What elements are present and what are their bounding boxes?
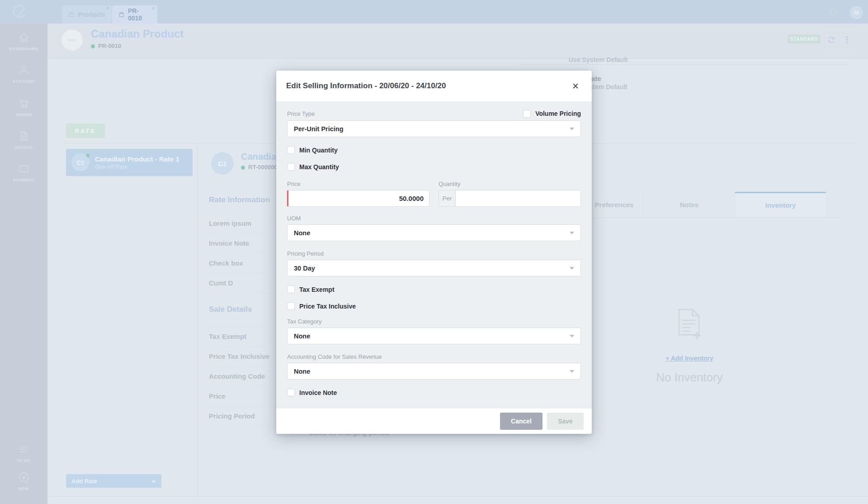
quantity-prefix: Per <box>439 190 456 206</box>
status-dot <box>91 44 95 48</box>
tax-exempt-checkbox[interactable] <box>287 285 295 293</box>
add-rate-label: Add Rate <box>71 478 97 485</box>
status-dot <box>241 166 245 170</box>
rate-detail-title: Canadian <box>241 152 282 162</box>
accounting-code-select[interactable]: None <box>287 363 581 380</box>
add-rate-button[interactable]: Add Rate <box>66 474 161 488</box>
tax-category-label: Tax Category <box>287 318 581 325</box>
add-inventory-link[interactable]: + Add Inventory <box>665 355 713 362</box>
close-icon[interactable]: ✕ <box>106 6 110 11</box>
quantity-label: Quantity <box>439 181 581 187</box>
accounting-code-label: Accounting Code for Sales Revenue <box>287 353 581 360</box>
cancel-button[interactable]: Cancel <box>500 413 542 430</box>
package-icon <box>68 11 75 18</box>
standard-badge: STANDARD <box>788 35 820 43</box>
header-actions <box>824 32 854 48</box>
max-quantity-checkbox-row[interactable]: Max Quantity <box>287 163 581 171</box>
package-icon <box>118 11 125 18</box>
uom-select[interactable]: None <box>287 224 581 241</box>
pricing-period-select[interactable]: 30 Day <box>287 260 581 276</box>
dialog-header: Edit Selling Information - 20/06/20 - 24… <box>276 71 592 101</box>
tax-category-value: None <box>294 333 310 340</box>
price-tax-inclusive-label: Price Tax Inclusive <box>299 303 356 310</box>
notifications-bell-icon[interactable] <box>828 7 839 18</box>
cart-icon <box>18 98 30 109</box>
price-input[interactable] <box>287 190 429 207</box>
max-quantity-label: Max Quantity <box>299 163 339 171</box>
tab-notes[interactable]: Notes <box>643 192 735 217</box>
sidebar-item-label: ORDER <box>16 113 32 117</box>
tax-exempt-checkbox-row[interactable]: Tax Exempt <box>287 285 581 293</box>
refresh-icon <box>827 35 836 44</box>
min-quantity-label: Min Quantity <box>299 147 338 154</box>
tab-products[interactable]: Products ✕ <box>62 5 112 24</box>
refresh-button[interactable] <box>824 32 839 48</box>
save-button[interactable]: Save <box>547 413 584 430</box>
sidebar-item-label: PAYMENT <box>13 178 34 182</box>
sidebar-item-order[interactable]: ORDER <box>0 98 47 117</box>
invoice-note-label: Invoice Note <box>299 389 337 396</box>
quantity-input[interactable] <box>456 190 580 206</box>
product-logo: WMU <box>61 29 83 51</box>
rate-detail-avatar: C1 <box>211 152 234 175</box>
person-icon <box>18 64 30 76</box>
sidebar-item-label: DASHBOARD <box>9 47 38 51</box>
rate-avatar-label: C1 <box>77 159 85 166</box>
uom-label: UOM <box>287 215 581 222</box>
divider <box>47 496 868 497</box>
pricing-period-label: Pricing Period <box>287 250 581 257</box>
tab-label: Products <box>78 11 105 18</box>
sidebar-item-payment[interactable]: PAYMENT <box>0 163 47 182</box>
sidebar-item-label: ACCOUNT <box>13 79 35 84</box>
sidebar-item-invoice[interactable]: INVOICE <box>0 130 47 150</box>
page-title: Canadian Product <box>91 28 184 40</box>
price-type-select[interactable]: Per-Unit Pricing <box>287 120 581 137</box>
tab-preferences[interactable]: Preferences <box>585 192 643 217</box>
kebab-icon <box>846 35 848 44</box>
sidebar-item-dashboard[interactable]: DASHBOARD <box>0 32 47 51</box>
price-type-value: Per-Unit Pricing <box>294 125 344 133</box>
chevron-down-icon <box>570 267 574 270</box>
sidebar-item-account[interactable]: ACCOUNT <box>0 64 47 84</box>
volume-pricing-checkbox[interactable] <box>523 110 531 118</box>
min-quantity-checkbox-row[interactable]: Min Quantity <box>287 146 581 154</box>
dialog-footer: Cancel Save <box>276 409 592 434</box>
sidebar-item-todo[interactable]: TO DO <box>0 443 47 463</box>
rate-section-tab[interactable]: RATE <box>66 124 105 138</box>
tab-pr-0010[interactable]: PR-0010 ✕ <box>112 5 157 24</box>
invoice-icon <box>18 130 30 142</box>
volume-pricing-checkbox-row[interactable]: Volume Pricing <box>523 110 581 118</box>
user-avatar[interactable]: IM <box>849 6 863 19</box>
rate-card-subtitle: One-off Rate <box>95 164 179 170</box>
no-inventory-text: No Inventory <box>622 371 757 385</box>
rate-avatar: C1 <box>71 153 90 171</box>
price-tax-inclusive-checkbox[interactable] <box>287 302 295 310</box>
close-icon[interactable]: ✕ <box>569 80 582 92</box>
sidebar-item-label: INVOICE <box>14 145 33 150</box>
invoice-note-checkbox[interactable] <box>287 389 295 396</box>
chevron-down-icon <box>570 128 574 130</box>
more-options-button[interactable] <box>839 32 854 48</box>
tab-label: PR-0010 <box>128 7 151 22</box>
use-system-default-text: Use System Default <box>569 56 628 63</box>
max-quantity-checkbox[interactable] <box>287 163 295 171</box>
sidebar-item-label: NEW <box>19 486 29 491</box>
product-code: PR-0010 <box>98 43 121 49</box>
tax-category-select[interactable]: None <box>287 328 581 344</box>
topbar: Products ✕ PR-0010 ✕ IM <box>0 0 868 24</box>
home-icon <box>18 32 30 43</box>
dialog-title: Edit Selling Information - 20/06/20 - 24… <box>286 81 446 90</box>
price-tax-inclusive-checkbox-row[interactable]: Price Tax Inclusive <box>287 302 581 310</box>
min-quantity-checkbox[interactable] <box>287 146 295 154</box>
rate-list-item-selected[interactable]: C1 Canadian Product - Rate 1 One-off Rat… <box>66 149 193 176</box>
pricing-period-value: 30 Day <box>294 265 315 272</box>
divider <box>197 143 198 496</box>
dialog-body: Price Type Volume Pricing Per-Unit Prici… <box>276 101 592 409</box>
app-logo-icon[interactable] <box>12 4 27 19</box>
rate-detail-code: RT-0000000 <box>248 164 281 171</box>
sidebar-item-new[interactable]: NEW <box>0 471 47 491</box>
tab-inventory[interactable]: Inventory <box>735 192 826 217</box>
detail-tabs: Preferences Notes Inventory <box>585 192 839 218</box>
invoice-note-checkbox-row[interactable]: Invoice Note <box>287 389 581 396</box>
close-icon[interactable]: ✕ <box>151 6 156 11</box>
